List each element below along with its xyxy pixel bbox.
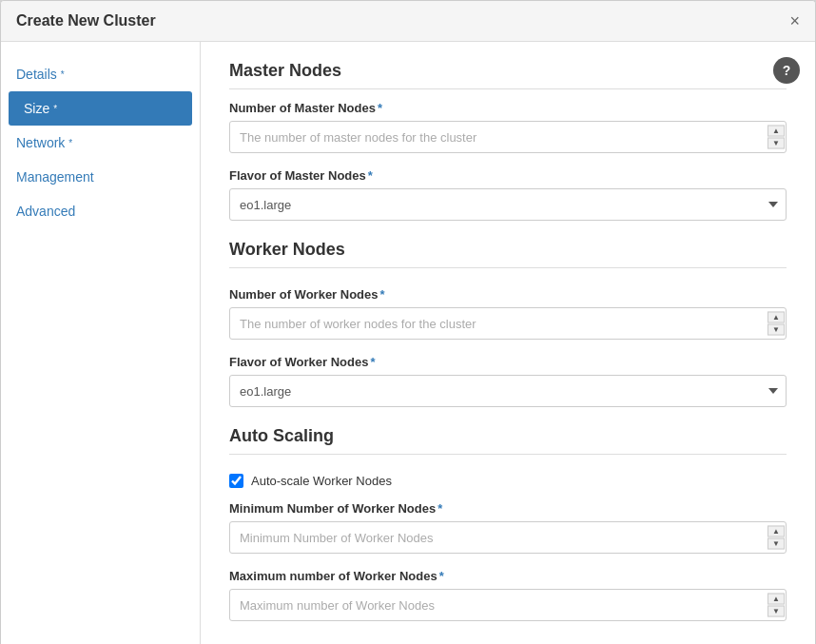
worker-spinner-down[interactable]: ▼	[767, 324, 785, 336]
sidebar: Details* Size* Network* Management Advan…	[1, 42, 201, 644]
required-star-5: *	[437, 501, 442, 516]
help-button[interactable]: ?	[773, 57, 800, 84]
min-spinner-up[interactable]: ▲	[767, 526, 785, 537]
sidebar-label-advanced: Advanced	[16, 204, 75, 219]
worker-nodes-count-input[interactable]	[229, 307, 787, 340]
auto-scale-checkbox[interactable]	[229, 474, 243, 488]
spinner-buttons: ▲ ▼	[767, 126, 785, 149]
max-worker-nodes-input[interactable]	[229, 589, 787, 621]
sidebar-label-size: Size	[24, 101, 49, 116]
worker-spinner-up[interactable]: ▲	[767, 312, 785, 323]
max-spinner-down[interactable]: ▼	[767, 606, 785, 617]
required-star: *	[378, 101, 382, 115]
worker-nodes-flavor-label: Flavor of Worker Nodes*	[229, 355, 787, 369]
max-spinner-up[interactable]: ▲	[767, 594, 785, 605]
modal-title: Create New Cluster	[16, 12, 156, 29]
worker-nodes-flavor-select[interactable]: eo1.large eo1.xlarge eo1.2xlarge	[229, 375, 787, 407]
close-button[interactable]: ×	[789, 12, 800, 29]
max-worker-nodes-group: Maximum number of Worker Nodes* ▲ ▼	[229, 569, 787, 621]
master-nodes-flavor-label: Flavor of Master Nodes*	[229, 168, 787, 183]
sidebar-item-network[interactable]: Network*	[1, 126, 200, 160]
min-worker-nodes-label: Minimum Number of Worker Nodes*	[229, 501, 787, 516]
worker-spinner-buttons: ▲ ▼	[767, 312, 785, 336]
modal-header: Create New Cluster ×	[1, 1, 815, 42]
sidebar-item-details[interactable]: Details*	[1, 57, 200, 91]
master-nodes-flavor-group: Flavor of Master Nodes* eo1.large eo1.xl…	[229, 168, 787, 221]
required-star-3: *	[380, 287, 385, 302]
master-nodes-count-label: Number of Master Nodes*	[229, 101, 787, 115]
spinner-down[interactable]: ▼	[767, 138, 785, 149]
required-star-6: *	[439, 569, 444, 583]
master-nodes-count-spinner: ▲ ▼	[229, 121, 787, 153]
required-dot-size: *	[53, 104, 57, 114]
worker-nodes-count-label: Number of Worker Nodes*	[229, 287, 787, 302]
required-star-4: *	[370, 355, 375, 369]
spinner-up[interactable]: ▲	[767, 126, 785, 137]
auto-scale-checkbox-group: Auto-scale Worker Nodes	[229, 474, 787, 488]
auto-scaling-title: Auto Scaling	[229, 426, 787, 455]
master-nodes-title: Master Nodes	[229, 61, 787, 89]
worker-nodes-flavor-group: Flavor of Worker Nodes* eo1.large eo1.xl…	[229, 355, 787, 407]
min-spinner-down[interactable]: ▼	[767, 538, 785, 550]
sidebar-label-management: Management	[16, 169, 94, 185]
required-dot-details: *	[61, 69, 65, 80]
sidebar-item-management[interactable]: Management	[1, 160, 200, 194]
sidebar-item-size[interactable]: Size*	[9, 91, 192, 126]
auto-scale-label[interactable]: Auto-scale Worker Nodes	[251, 474, 392, 488]
sidebar-item-advanced[interactable]: Advanced	[1, 194, 200, 228]
min-worker-nodes-group: Minimum Number of Worker Nodes* ▲ ▼	[229, 501, 787, 554]
min-spinner-buttons: ▲ ▼	[767, 526, 785, 550]
modal-body: Details* Size* Network* Management Advan…	[1, 42, 815, 644]
worker-nodes-count-spinner: ▲ ▼	[229, 307, 787, 340]
main-content: ? Master Nodes Number of Master Nodes* ▲…	[201, 42, 815, 644]
worker-nodes-count-group: Number of Worker Nodes* ▲ ▼	[229, 287, 787, 340]
sidebar-label-details: Details	[16, 67, 57, 82]
max-worker-nodes-label: Maximum number of Worker Nodes*	[229, 569, 787, 583]
master-nodes-count-group: Number of Master Nodes* ▲ ▼	[229, 101, 787, 153]
max-worker-spinner: ▲ ▼	[229, 589, 787, 621]
min-worker-nodes-input[interactable]	[229, 521, 787, 554]
max-spinner-buttons: ▲ ▼	[767, 594, 785, 617]
required-star-2: *	[368, 168, 373, 183]
master-nodes-count-input[interactable]	[229, 121, 787, 153]
master-nodes-flavor-select[interactable]: eo1.large eo1.xlarge eo1.2xlarge	[229, 188, 787, 221]
worker-nodes-title: Worker Nodes	[229, 240, 787, 268]
required-dot-network: *	[68, 138, 72, 148]
modal: Create New Cluster × Details* Size* Netw…	[0, 0, 816, 644]
sidebar-label-network: Network	[16, 135, 65, 150]
min-worker-spinner: ▲ ▼	[229, 521, 787, 554]
